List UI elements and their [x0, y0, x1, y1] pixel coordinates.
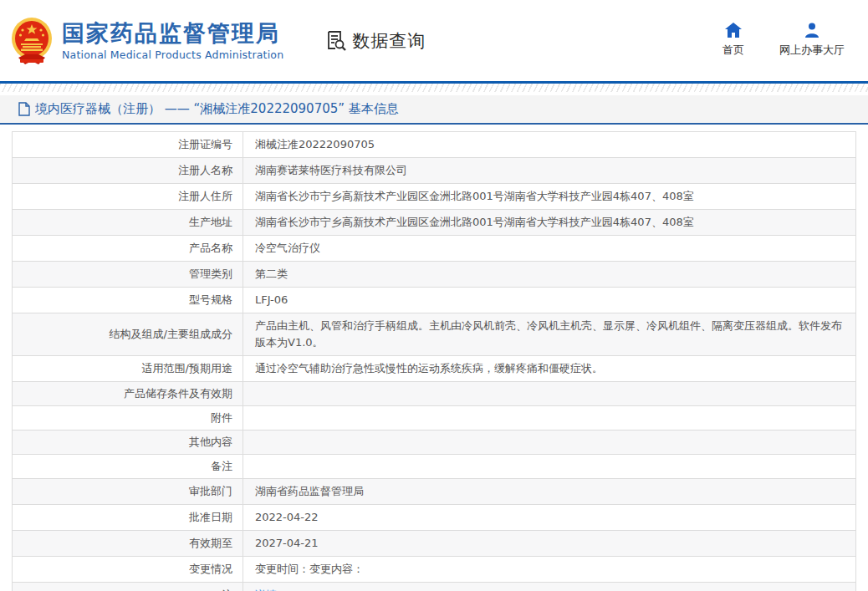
row-label: 审批部门	[13, 479, 243, 504]
table-row: 变更情况变更时间：变更内容：	[13, 557, 855, 583]
person-icon	[804, 22, 820, 38]
org-name-cn: 国家药品监督管理局	[62, 20, 283, 46]
row-label: 注册人名称	[13, 158, 243, 183]
row-label-text: 审批部门	[189, 484, 232, 499]
detail-link[interactable]: 详情	[255, 587, 277, 591]
row-value: LFJ-06	[243, 288, 855, 313]
service-hall-label: 网上办事大厅	[779, 43, 845, 58]
table-row: 产品名称冷空气治疗仪	[13, 236, 855, 262]
table-row: 适用范围/预期用途通过冷空气辅助治疗急性或慢性的运动系统疾病，缓解疼痛和僵硬症状…	[13, 356, 855, 382]
registration-info-table: 注册证编号湘械注准20222090705注册人名称湖南赛诺莱特医疗科技有限公司注…	[12, 131, 856, 591]
row-label-text: 注册人住所	[178, 189, 232, 204]
row-value: 产品由主机、风管和治疗手柄组成。主机由冷风机前壳、冷风机主机壳、显示屏、冷风机组…	[243, 313, 855, 355]
row-value-text: 湘械注准20222090705	[255, 136, 375, 153]
table-row: 其他内容	[13, 431, 855, 455]
row-label-text: 产品名称	[189, 241, 232, 256]
row-value-text: 第二类	[255, 266, 288, 283]
site-header: 国家药品监督管理局 National Medical Products Admi…	[0, 0, 868, 81]
row-label: ●注	[13, 583, 243, 591]
row-label: 批准日期	[13, 505, 243, 530]
org-name-en: National Medical Products Administration	[62, 48, 283, 61]
row-value-text: 变更时间：变更内容：	[255, 561, 364, 578]
table-row: 注册人住所湖南省长沙市宁乡高新技术产业园区金洲北路001号湖南省大学科技产业园4…	[13, 184, 855, 210]
row-label-text: 注册证编号	[178, 137, 232, 152]
row-value-text: 湖南省药品监督管理局	[255, 483, 364, 500]
row-label: 结构及组成/主要组成成分	[13, 313, 243, 355]
row-label: 管理类别	[13, 262, 243, 287]
row-value: 第二类	[243, 262, 855, 287]
row-value: 通过冷空气辅助治疗急性或慢性的运动系统疾病，缓解疼痛和僵硬症状。	[243, 356, 855, 381]
row-label-text: 适用范围/预期用途	[142, 361, 232, 376]
row-value: 湘械注准20222090705	[243, 132, 855, 157]
row-value-text: 湖南省长沙市宁乡高新技术产业园区金洲北路001号湖南省大学科技产业园4栋407、…	[255, 214, 694, 231]
row-value: 2022-04-22	[243, 505, 855, 530]
table-row: 生产地址湖南省长沙市宁乡高新技术产业园区金洲北路001号湖南省大学科技产业园4栋…	[13, 210, 855, 236]
table-row: 产品储存条件及有效期	[13, 382, 855, 406]
row-value-text: 产品由主机、风管和治疗手柄组成。主机由冷风机前壳、冷风机主机壳、显示屏、冷风机组…	[255, 318, 847, 351]
row-label: 变更情况	[13, 557, 243, 582]
row-value: 2027-04-21	[243, 531, 855, 556]
table-row: 注册人名称湖南赛诺莱特医疗科技有限公司	[13, 158, 855, 184]
row-label-text: 附件	[211, 410, 232, 425]
national-emblem-logo	[10, 16, 54, 66]
row-value: 湖南省长沙市宁乡高新技术产业园区金洲北路001号湖南省大学科技产业园4栋407、…	[243, 210, 855, 235]
header-quicklinks: 首页 网上办事大厅	[722, 22, 845, 58]
row-label: 备注	[13, 455, 243, 478]
table-row: 审批部门湖南省药品监督管理局	[13, 479, 855, 505]
home-icon	[724, 22, 743, 38]
row-label-text: 注册人名称	[178, 163, 232, 178]
data-query-label: 数据查询	[352, 29, 426, 53]
row-value	[243, 406, 855, 430]
row-label-text: 生产地址	[189, 215, 232, 230]
row-value-text: 2027-04-21	[255, 535, 319, 552]
table-row: 附件	[13, 406, 855, 431]
row-label: 附件	[13, 406, 243, 430]
row-label: 型号规格	[13, 288, 243, 313]
row-value	[243, 455, 855, 478]
data-query-icon	[324, 28, 349, 53]
row-value-text: 通过冷空气辅助治疗急性或慢性的运动系统疾病，缓解疼痛和僵硬症状。	[255, 360, 603, 377]
home-link[interactable]: 首页	[722, 22, 744, 58]
row-label-text: 型号规格	[189, 293, 232, 308]
table-row: 备注	[13, 455, 855, 479]
table-row: ●注详情	[13, 583, 855, 591]
row-value-text: 冷空气治疗仪	[255, 240, 320, 257]
home-link-label: 首页	[722, 43, 744, 58]
row-label: 产品储存条件及有效期	[13, 382, 243, 405]
row-label: 适用范围/预期用途	[13, 356, 243, 381]
row-label: 其他内容	[13, 431, 243, 454]
row-label: 生产地址	[13, 210, 243, 235]
row-label-text: 产品储存条件及有效期	[124, 386, 232, 401]
row-value: 湖南赛诺莱特医疗科技有限公司	[243, 158, 855, 183]
row-value-text: 2022-04-22	[255, 509, 319, 526]
section-titlebar: 境内医疗器械（注册） —— “湘械注准20222090705” 基本信息	[0, 95, 868, 125]
hatch-band	[0, 84, 868, 92]
row-value-text: LFJ-06	[255, 292, 288, 308]
table-row: 管理类别第二类	[13, 262, 855, 288]
row-label-text: 变更情况	[189, 562, 232, 577]
org-title-block: 国家药品监督管理局 National Medical Products Admi…	[62, 20, 283, 60]
row-label-text: 有效期至	[189, 536, 232, 551]
row-label: 有效期至	[13, 531, 243, 556]
row-label-text: 注	[222, 588, 232, 591]
row-value: 湖南省长沙市宁乡高新技术产业园区金洲北路001号湖南省大学科技产业园4栋407、…	[243, 184, 855, 209]
row-label-text: 其他内容	[189, 435, 232, 450]
document-icon	[18, 102, 30, 116]
table-row: 批准日期2022-04-22	[13, 505, 855, 531]
row-value: 冷空气治疗仪	[243, 236, 855, 261]
row-value	[243, 431, 855, 454]
service-hall-link[interactable]: 网上办事大厅	[779, 22, 845, 58]
table-row: 结构及组成/主要组成成分产品由主机、风管和治疗手柄组成。主机由冷风机前壳、冷风机…	[13, 313, 855, 356]
row-value: 详情	[243, 583, 855, 591]
row-label: 注册证编号	[13, 132, 243, 157]
row-label-text: 结构及组成/主要组成成分	[110, 327, 232, 342]
table-row: 有效期至2027-04-21	[13, 531, 855, 557]
row-label-text: 批准日期	[189, 510, 232, 525]
row-label: 注册人住所	[13, 184, 243, 209]
page: 国家药品监督管理局 National Medical Products Admi…	[0, 0, 868, 591]
page-title: 境内医疗器械（注册） —— “湘械注准20222090705” 基本信息	[35, 101, 399, 117]
table-row: 注册证编号湘械注准20222090705	[13, 132, 855, 158]
data-query-entry[interactable]: 数据查询	[324, 28, 426, 53]
row-label-text: 备注	[211, 459, 232, 474]
row-value: 湖南省药品监督管理局	[243, 479, 855, 504]
